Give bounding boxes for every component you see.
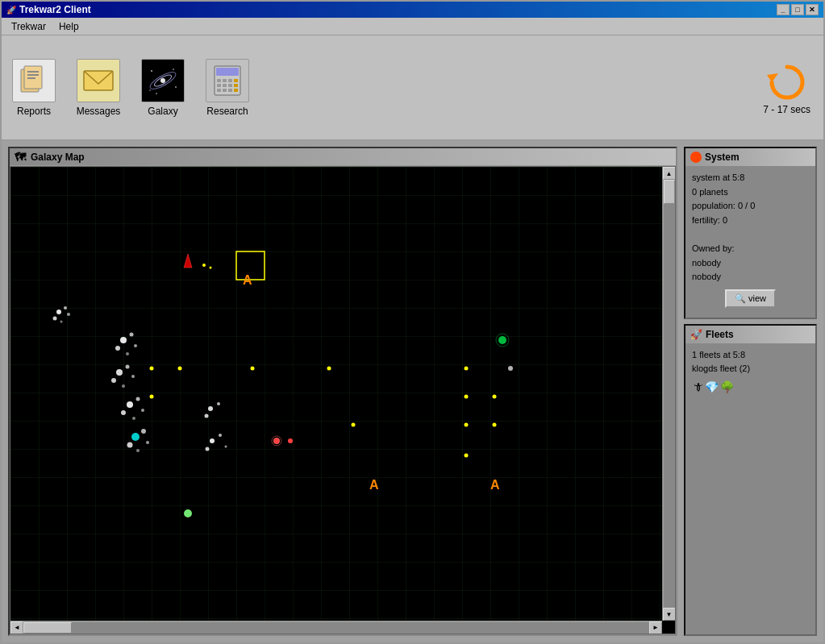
messages-icon (77, 59, 120, 102)
svg-point-37 (120, 337, 127, 343)
main-window: 🚀 Trekwar2 Client _ □ ✕ Trekwar Help (0, 0, 825, 644)
svg-point-36 (60, 321, 63, 323)
fleet-marker-selected: A (243, 273, 252, 287)
svg-rect-2 (27, 71, 39, 73)
scroll-thumb-vertical[interactable] (664, 180, 675, 204)
refresh-area[interactable]: 7 - 17 secs (763, 60, 810, 115)
scrollbar-horizontal[interactable]: ◄ ► (10, 621, 662, 634)
close-button[interactable]: ✕ (806, 4, 819, 15)
reports-button[interactable]: Reports (8, 59, 60, 117)
research-button[interactable]: Research (202, 59, 253, 117)
yellow-dot-11 (493, 395, 497, 399)
system-icon (690, 152, 702, 163)
svg-point-53 (141, 429, 146, 434)
yellow-dot-7 (465, 367, 469, 371)
yellow-dot-9 (465, 423, 469, 427)
system-owned-by-label: Owned by: (692, 242, 809, 256)
system-location: system at 5:8 (692, 171, 809, 185)
scroll-thumb-horizontal[interactable] (23, 622, 72, 634)
system-planets: 0 planets (692, 185, 809, 200)
svg-point-50 (141, 409, 144, 412)
svg-rect-24 (234, 84, 238, 87)
svg-rect-17 (217, 79, 221, 82)
svg-rect-27 (228, 89, 232, 92)
menu-trekwar[interactable]: Trekwar (5, 19, 52, 34)
menu-help[interactable]: Help (52, 19, 85, 34)
svg-rect-20 (234, 79, 238, 82)
svg-rect-25 (217, 89, 221, 92)
system-title-bar: System (685, 148, 815, 166)
yellow-dot-5 (327, 367, 331, 371)
galaxy-map-title: Galaxy Map (31, 152, 85, 163)
yellow-dot-6 (352, 423, 356, 427)
svg-point-13 (149, 89, 151, 91)
scroll-left-button[interactable]: ◄ (10, 621, 23, 634)
svg-point-59 (206, 447, 210, 451)
window-icon: 🚀 (6, 6, 16, 15)
main-content: 🗺 Galaxy Map (2, 140, 823, 642)
fleets-title-bar: 🚀 Fleets (685, 326, 815, 343)
svg-point-54 (127, 442, 133, 448)
reports-icon (12, 59, 56, 102)
search-icon: 🔍 (735, 293, 746, 304)
red-dot-2 (288, 438, 293, 443)
scroll-down-button[interactable]: ▼ (663, 608, 676, 621)
scroll-right-button[interactable]: ► (649, 621, 662, 634)
title-bar: 🚀 Trekwar2 Client _ □ ✕ (2, 2, 823, 18)
fleet-icon-gem: 💎 (705, 378, 719, 396)
scroll-track-vertical[interactable] (664, 180, 675, 608)
fleets-panel: 🚀 Fleets 1 fleets at 5:8 klogds fleet (2… (684, 324, 817, 636)
svg-rect-21 (217, 84, 221, 87)
svg-point-34 (53, 317, 57, 321)
galaxy-map-svg[interactable]: A A A (10, 167, 662, 621)
white-planet (508, 366, 513, 371)
svg-rect-23 (228, 84, 232, 87)
svg-point-60 (225, 446, 227, 448)
svg-rect-16 (216, 68, 239, 76)
scroll-track-horizontal[interactable] (23, 622, 649, 634)
svg-point-9 (160, 78, 165, 83)
view-button[interactable]: 🔍 view (725, 289, 776, 308)
svg-rect-5 (84, 71, 113, 90)
yellow-dot-4 (251, 367, 255, 371)
system-content: system at 5:8 0 planets population: 0 / … (685, 166, 815, 318)
svg-rect-18 (223, 79, 227, 82)
galaxy-icon (141, 59, 185, 102)
fleet-icons: 🗡 💎 🌳 (692, 378, 809, 396)
svg-point-11 (173, 69, 174, 70)
galaxy-button[interactable]: Galaxy (137, 59, 189, 117)
minimize-button[interactable]: _ (777, 4, 790, 15)
svg-rect-30 (10, 167, 662, 621)
fleet-marker-2: A (490, 478, 500, 492)
svg-point-62 (217, 402, 220, 405)
scroll-up-button[interactable]: ▲ (663, 167, 676, 180)
map-icon: 🗺 (15, 151, 26, 164)
svg-point-48 (136, 397, 140, 401)
fleets-icon: 🚀 (690, 329, 702, 340)
svg-point-51 (132, 417, 135, 420)
svg-point-45 (131, 375, 135, 378)
messages-button[interactable]: Messages (73, 59, 124, 117)
system-owner2: nobody (692, 270, 809, 285)
yellow-dot-12 (493, 423, 497, 427)
svg-point-35 (67, 313, 70, 316)
right-panel: System system at 5:8 0 planets populatio… (684, 147, 817, 636)
svg-rect-26 (223, 89, 227, 92)
svg-rect-3 (27, 74, 39, 76)
svg-point-57 (210, 438, 215, 443)
svg-point-31 (210, 267, 212, 269)
svg-point-32 (56, 310, 61, 314)
system-title-text: System (705, 152, 740, 163)
maximize-button[interactable]: □ (791, 4, 804, 15)
system-owner1: nobody (692, 256, 809, 271)
galaxy-map-container[interactable]: A A A ▲ ▼ (10, 166, 676, 634)
svg-point-47 (127, 401, 133, 408)
svg-point-44 (111, 378, 116, 383)
scrollbar-vertical[interactable]: ▲ ▼ (662, 167, 675, 621)
menu-bar: Trekwar Help (2, 18, 823, 35)
svg-point-63 (205, 414, 209, 418)
svg-point-56 (136, 449, 140, 452)
svg-rect-28 (234, 89, 238, 92)
green-planet (498, 336, 506, 344)
svg-rect-19 (228, 79, 232, 82)
